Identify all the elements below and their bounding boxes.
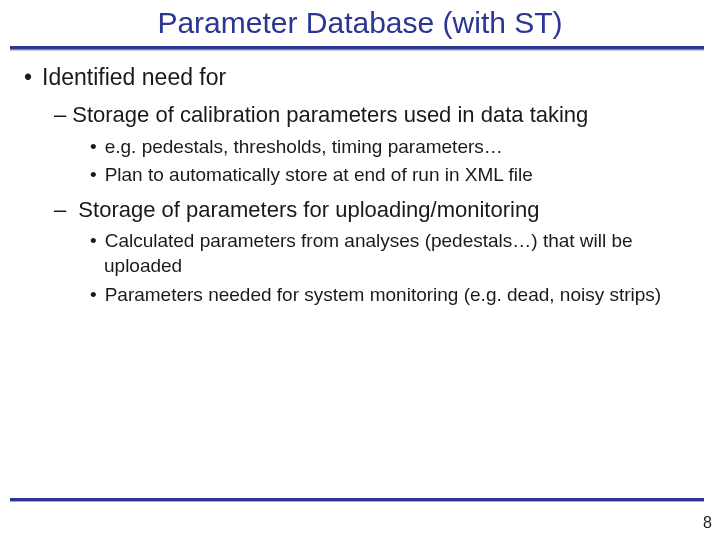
slide-body: •Identified need for –Storage of calibra…	[0, 50, 720, 307]
footer-underline	[10, 498, 704, 502]
lvl3-text: e.g. pedestals, thresholds, timing param…	[105, 136, 503, 157]
dot-icon: •	[24, 64, 32, 90]
bullet-level2: –Storage of calibration parameters used …	[54, 101, 700, 129]
dash-icon: –	[54, 197, 66, 222]
lvl3-text: Parameters needed for system monitoring …	[105, 284, 662, 305]
page-number: 8	[703, 514, 712, 532]
lvl3-text: Calculated parameters from analyses (ped…	[104, 230, 633, 276]
bullet-level3: •e.g. pedestals, thresholds, timing para…	[90, 135, 700, 160]
lvl3-text: Plan to automatically store at end of ru…	[105, 164, 533, 185]
lvl1-text: Identified need for	[42, 64, 226, 90]
dot-icon: •	[90, 230, 97, 251]
section-2: – Storage of parameters for uploading/mo…	[20, 196, 700, 308]
bullet-level3: •Plan to automatically store at end of r…	[90, 163, 700, 188]
bullet-level3: •Calculated parameters from analyses (pe…	[90, 229, 700, 278]
dot-icon: •	[90, 164, 97, 185]
bullet-level2: – Storage of parameters for uploading/mo…	[54, 196, 700, 224]
dash-icon: –	[54, 102, 66, 127]
slide-title: Parameter Database (with ST)	[0, 0, 720, 46]
lvl2-text: Storage of calibration parameters used i…	[72, 102, 588, 127]
bullet-level1: •Identified need for	[24, 64, 700, 91]
bullet-level3: •Parameters needed for system monitoring…	[90, 283, 700, 308]
dot-icon: •	[90, 284, 97, 305]
section-1: –Storage of calibration parameters used …	[20, 101, 700, 188]
dot-icon: •	[90, 136, 97, 157]
lvl2-text: Storage of parameters for uploading/moni…	[72, 197, 539, 222]
